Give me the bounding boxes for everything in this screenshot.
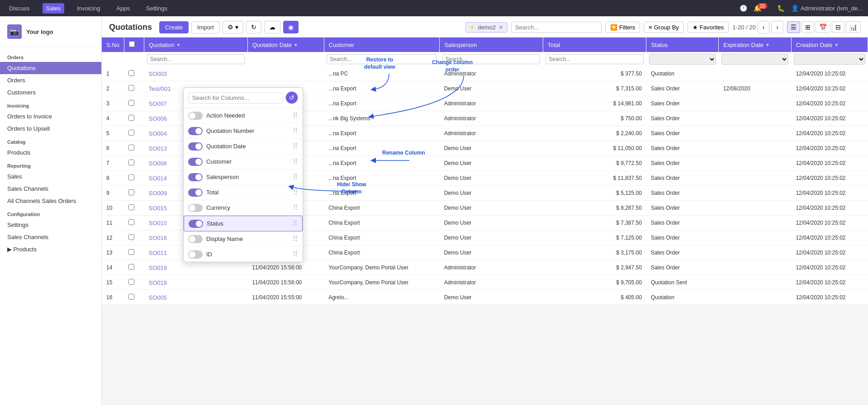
row-checkbox[interactable]: [128, 279, 134, 285]
notification-icon[interactable]: 🔔10: [754, 5, 771, 12]
drag-handle-icon[interactable]: ⠿: [293, 127, 298, 135]
quotation-link[interactable]: SO003: [149, 71, 167, 77]
th-quotation-date[interactable]: Quotation Date ▼: [247, 38, 324, 52]
nav-apps[interactable]: Apps: [113, 3, 133, 14]
panel-column-item[interactable]: Total ⠿: [184, 185, 303, 200]
sidebar-item-config-products[interactable]: ▶ Products: [0, 243, 101, 255]
close-icon[interactable]: ✕: [498, 24, 503, 31]
row-checkbox[interactable]: [128, 100, 134, 106]
user-avatar[interactable]: 👤 Administrator (lvm_de...: [791, 5, 863, 12]
next-page-button[interactable]: ›: [771, 21, 783, 33]
panel-column-item[interactable]: ID ⠿: [184, 247, 303, 262]
graph-view-button[interactable]: 📊: [846, 21, 861, 33]
toggle-button[interactable]: ◉: [283, 21, 299, 33]
panel-column-item[interactable]: Quotation Date ⠿: [184, 139, 303, 154]
quotation-link[interactable]: SO018: [149, 279, 167, 286]
row-checkbox[interactable]: [128, 204, 134, 210]
row-checkbox[interactable]: [128, 264, 134, 270]
sidebar-item-customers[interactable]: Customers: [0, 86, 101, 99]
drag-handle-icon[interactable]: ⠿: [293, 235, 298, 243]
list-view-button[interactable]: ☰: [787, 21, 800, 33]
nav-discuss[interactable]: Discuss: [5, 3, 33, 14]
search-salesperson-cell[interactable]: [440, 52, 543, 66]
column-toggle[interactable]: [188, 173, 203, 181]
group-by-button[interactable]: ≡ Group By: [644, 22, 684, 33]
row-checkbox[interactable]: [128, 294, 134, 300]
column-toggle[interactable]: [188, 250, 203, 259]
th-total[interactable]: Total: [543, 38, 646, 52]
drag-handle-icon[interactable]: ⠿: [293, 173, 298, 181]
panel-column-item[interactable]: Currency ⠿: [184, 200, 303, 216]
cell-checkbox[interactable]: [124, 66, 144, 81]
quotation-link[interactable]: SO019: [149, 264, 167, 271]
quotation-link[interactable]: SO015: [149, 205, 167, 212]
quotation-link[interactable]: Test/001: [149, 85, 171, 92]
cell-checkbox[interactable]: [124, 245, 144, 260]
row-checkbox[interactable]: [128, 85, 134, 91]
search-input[interactable]: [511, 22, 602, 33]
th-status[interactable]: Status: [646, 38, 719, 52]
panel-column-item[interactable]: Action Needed ⠿: [184, 108, 303, 123]
row-checkbox[interactable]: [128, 130, 134, 136]
nav-sales[interactable]: Sales: [43, 3, 65, 14]
th-checkbox[interactable]: [124, 38, 144, 52]
cell-checkbox[interactable]: [124, 260, 144, 275]
nav-invoicing[interactable]: Invoicing: [73, 3, 104, 14]
quotation-link[interactable]: SO009: [149, 190, 167, 197]
favorites-button[interactable]: ★ Favorites: [688, 22, 729, 33]
cell-quotation[interactable]: SO005: [144, 290, 248, 305]
settings-dropdown-button[interactable]: ⚙ ▾: [223, 21, 243, 33]
column-toggle[interactable]: [188, 158, 203, 166]
quotation-link[interactable]: SO006: [149, 115, 167, 122]
search-total-cell[interactable]: [543, 52, 646, 66]
cell-quotation[interactable]: SO003: [144, 66, 248, 81]
cell-checkbox[interactable]: [124, 96, 144, 111]
drag-handle-icon[interactable]: ⠿: [293, 157, 298, 166]
search-status-cell[interactable]: QuotationSales OrderQuotation Sent: [646, 52, 719, 66]
cell-checkbox[interactable]: [124, 275, 144, 290]
sidebar-item-quotations[interactable]: Quotations: [0, 62, 101, 74]
column-toggle[interactable]: [188, 127, 203, 135]
cell-checkbox[interactable]: [124, 231, 144, 245]
quotation-link[interactable]: SO010: [149, 220, 167, 226]
cell-checkbox[interactable]: [124, 290, 144, 305]
import-button[interactable]: Import: [191, 21, 220, 33]
search-expiration-cell[interactable]: [719, 52, 792, 66]
row-checkbox[interactable]: [128, 234, 134, 240]
column-toggle[interactable]: [188, 235, 203, 243]
prev-page-button[interactable]: ‹: [758, 21, 770, 33]
quotation-link[interactable]: SO016: [149, 235, 167, 241]
cell-checkbox[interactable]: [124, 81, 144, 96]
search-quotation-cell[interactable]: [144, 52, 248, 66]
quotation-link[interactable]: SO008: [149, 160, 167, 167]
column-toggle[interactable]: [188, 188, 203, 197]
th-customer[interactable]: Customer: [324, 38, 440, 52]
panel-column-item[interactable]: Customer ⠿: [184, 154, 303, 170]
search-customer-cell[interactable]: [324, 52, 440, 66]
select-all-checkbox[interactable]: [129, 41, 135, 47]
drag-handle-icon[interactable]: ⠿: [292, 219, 298, 228]
drag-handle-icon[interactable]: ⠿: [293, 203, 298, 212]
column-toggle[interactable]: [189, 220, 203, 228]
panel-column-item[interactable]: Display Name ⠿: [184, 231, 303, 247]
column-search-input[interactable]: [188, 92, 283, 104]
quotation-link[interactable]: SO011: [149, 250, 167, 256]
sidebar-item-settings[interactable]: Settings: [0, 219, 101, 231]
cell-quotation[interactable]: SO019: [144, 260, 248, 275]
th-creation-date[interactable]: Creation Date ▼: [791, 38, 868, 52]
column-toggle[interactable]: [188, 204, 203, 212]
row-checkbox[interactable]: [128, 174, 134, 180]
row-checkbox[interactable]: [128, 219, 134, 225]
cell-checkbox[interactable]: [124, 141, 144, 156]
row-checkbox[interactable]: [128, 189, 134, 195]
row-checkbox[interactable]: [128, 70, 134, 76]
cell-quotation[interactable]: SO018: [144, 275, 248, 290]
bug-icon[interactable]: 🐛: [777, 5, 785, 12]
cell-checkbox[interactable]: [124, 111, 144, 126]
th-expiration-date[interactable]: Expiration Date ▼: [719, 38, 792, 52]
search-expiration-select[interactable]: [721, 54, 789, 65]
sidebar-item-sales[interactable]: Sales: [0, 170, 101, 183]
column-toggle[interactable]: [188, 142, 203, 151]
panel-column-item[interactable]: Salesperson ⠿: [184, 170, 303, 185]
row-checkbox[interactable]: [128, 249, 134, 255]
